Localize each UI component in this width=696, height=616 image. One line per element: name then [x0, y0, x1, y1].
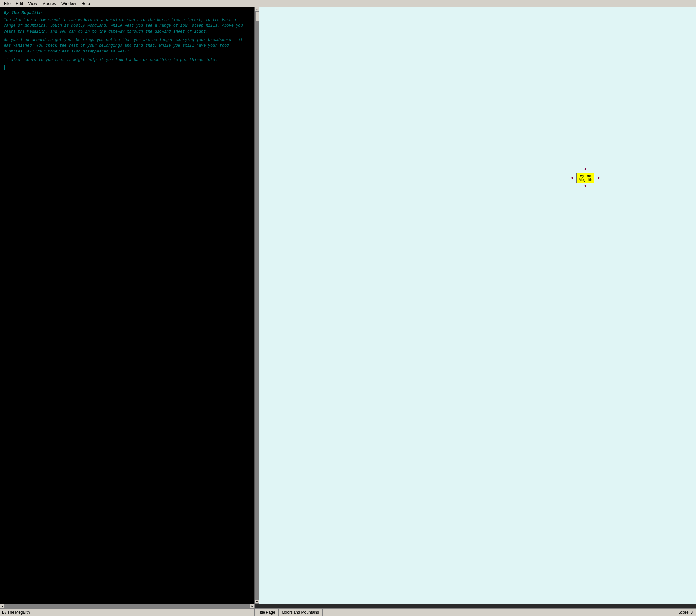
- node-label[interactable]: By The Megalith: [576, 173, 595, 183]
- status-tab-title-page[interactable]: Title Page: [255, 609, 279, 616]
- menu-macros[interactable]: Macros: [39, 0, 59, 6]
- story-paragraph-1: You stand on a low mound in the middle o…: [4, 17, 250, 34]
- status-location: By The Megalith: [0, 609, 255, 616]
- map-panel[interactable]: ▲ ◀ By The Megalith ▶ ▼: [259, 7, 696, 604]
- arrow-right-icon: ▶: [598, 176, 600, 180]
- status-score: Score: 0: [675, 610, 696, 615]
- scroll-down-button[interactable]: ▼: [255, 599, 259, 604]
- arrow-left-icon: ◀: [571, 176, 573, 180]
- cursor-line: [4, 65, 250, 70]
- menu-help[interactable]: Help: [79, 0, 93, 6]
- text-scrollbar: ▲ ▼: [255, 7, 259, 604]
- status-right: Title Page Moors and Mountains Score: 0: [255, 609, 696, 616]
- arrow-up-icon: ▲: [584, 167, 586, 171]
- horizontal-scrollbar: ◀ ▶: [0, 604, 255, 608]
- menu-edit[interactable]: Edit: [13, 0, 26, 6]
- bottom-scrollbar-area: ◀ ▶: [0, 604, 696, 608]
- main-area: By The Megalith You stand on a low mound…: [0, 7, 696, 604]
- menu-file[interactable]: File: [1, 0, 13, 6]
- status-tab-moors[interactable]: Moors and Mountains: [279, 609, 322, 616]
- arrow-down-icon: ▼: [584, 184, 586, 189]
- hscroll-right-button[interactable]: ▶: [250, 604, 255, 609]
- map-node[interactable]: ▲ ◀ By The Megalith ▶ ▼: [576, 173, 595, 183]
- menu-window[interactable]: Window: [59, 0, 79, 6]
- scroll-thumb[interactable]: [255, 12, 259, 21]
- hscroll-left-button[interactable]: ◀: [0, 604, 4, 609]
- hscroll-track[interactable]: [4, 604, 250, 608]
- node-label-line2: Megalith: [579, 178, 592, 182]
- scroll-up-button[interactable]: ▲: [255, 7, 259, 12]
- story-paragraph-3: It also occurs to you that it might help…: [4, 57, 250, 63]
- menu-view[interactable]: View: [26, 0, 39, 6]
- node-label-line1: By The: [580, 174, 591, 178]
- statusbar: By The Megalith Title Page Moors and Mou…: [0, 608, 696, 616]
- scroll-track[interactable]: [255, 12, 259, 599]
- story-title: By The Megalith: [4, 10, 250, 15]
- menubar: File Edit View Macros Window Help: [0, 0, 696, 7]
- text-cursor: [4, 65, 4, 70]
- story-paragraph-2: As you look around to get your bearings …: [4, 37, 250, 54]
- text-panel[interactable]: By The Megalith You stand on a low mound…: [0, 7, 255, 604]
